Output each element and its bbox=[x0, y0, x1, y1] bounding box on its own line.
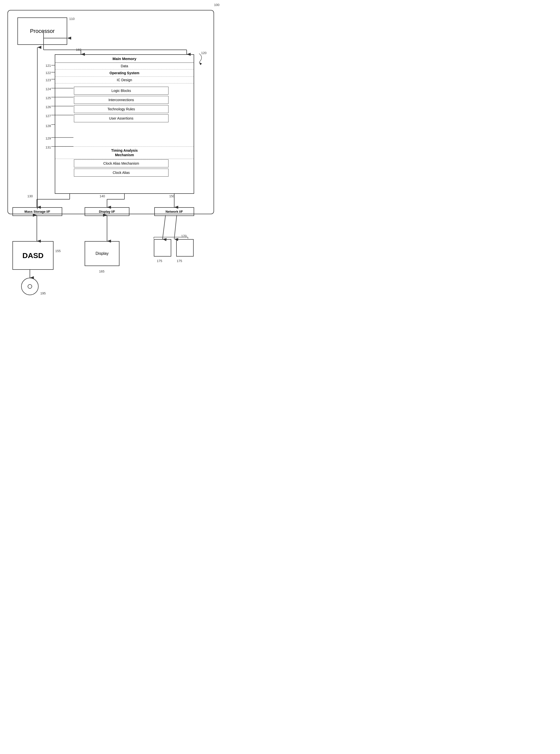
ref-127: 127 bbox=[45, 114, 51, 118]
clock-boxes-group: Clock Alias Mechanism Clock Alias bbox=[74, 159, 168, 178]
ref-129: 129 bbox=[45, 136, 51, 140]
interconnections-box: Interconnections bbox=[74, 96, 168, 104]
processor-box: Processor bbox=[17, 17, 67, 45]
ref-123: 123 bbox=[45, 78, 51, 82]
svg-line-31 bbox=[162, 215, 165, 239]
tape-circle bbox=[21, 278, 39, 295]
diagram: 100 Processor 110 160 120 Main Memory Da… bbox=[0, 0, 224, 302]
logic-blocks-box: Logic Blocks bbox=[74, 87, 168, 95]
display-label: Display bbox=[96, 251, 108, 256]
ref-120: 120 bbox=[201, 51, 206, 55]
ref-110: 110 bbox=[69, 17, 75, 21]
ref-128: 128 bbox=[45, 124, 51, 128]
technology-rules-box: Technology Rules bbox=[74, 105, 168, 113]
network-if-box: Network I/F bbox=[154, 207, 194, 216]
ref-140: 140 bbox=[100, 194, 105, 198]
ic-design-row: IC Design bbox=[55, 77, 194, 83]
ref-155: 155 bbox=[55, 249, 61, 253]
clock-alias-mechanism-box: Clock Alias Mechanism bbox=[74, 159, 168, 168]
ref-121: 121 bbox=[45, 64, 51, 67]
ref-150: 150 bbox=[169, 194, 175, 198]
ref-165: 165 bbox=[99, 270, 104, 273]
ref-126: 126 bbox=[45, 105, 51, 109]
ref-160: 160 bbox=[76, 48, 81, 52]
dasd-label: DASD bbox=[22, 251, 43, 260]
ref-170: 170 bbox=[181, 234, 187, 238]
user-assertions-box: User Assertions bbox=[74, 114, 168, 122]
ref-125: 125 bbox=[45, 96, 51, 100]
display-if-box: Display I/F bbox=[85, 207, 129, 216]
dasd-box: DASD bbox=[13, 241, 54, 270]
ref-175-left: 175 bbox=[157, 259, 162, 263]
inner-box: Main Memory Data Operating System IC Des… bbox=[55, 54, 194, 194]
ref-100: 100 bbox=[214, 3, 220, 7]
ref-195: 195 bbox=[40, 291, 46, 295]
ref-130: 130 bbox=[27, 194, 33, 198]
main-memory-header: Main Memory bbox=[55, 55, 194, 63]
tape-inner-circle bbox=[27, 284, 32, 289]
network-device-1 bbox=[154, 239, 171, 256]
mass-storage-if-box: Mass Storage I/F bbox=[13, 207, 62, 216]
network-devices-group bbox=[154, 239, 194, 256]
ref-175-right: 175 bbox=[177, 259, 182, 263]
os-row: Operating System bbox=[55, 70, 194, 77]
processor-label: Processor bbox=[30, 28, 55, 34]
clock-alias-box: Clock Alias bbox=[74, 169, 168, 177]
network-device-2 bbox=[176, 239, 194, 256]
sub-boxes-group: Logic Blocks Interconnections Technology… bbox=[74, 87, 168, 123]
display-box: Display bbox=[85, 241, 119, 266]
svg-line-32 bbox=[174, 215, 177, 239]
ref-124: 124 bbox=[45, 87, 51, 91]
timing-analysis-header: Timing Analysis Mechanism bbox=[55, 147, 194, 159]
ref-122: 122 bbox=[45, 71, 51, 75]
ref-131: 131 bbox=[45, 146, 51, 149]
data-row: Data bbox=[55, 63, 194, 70]
